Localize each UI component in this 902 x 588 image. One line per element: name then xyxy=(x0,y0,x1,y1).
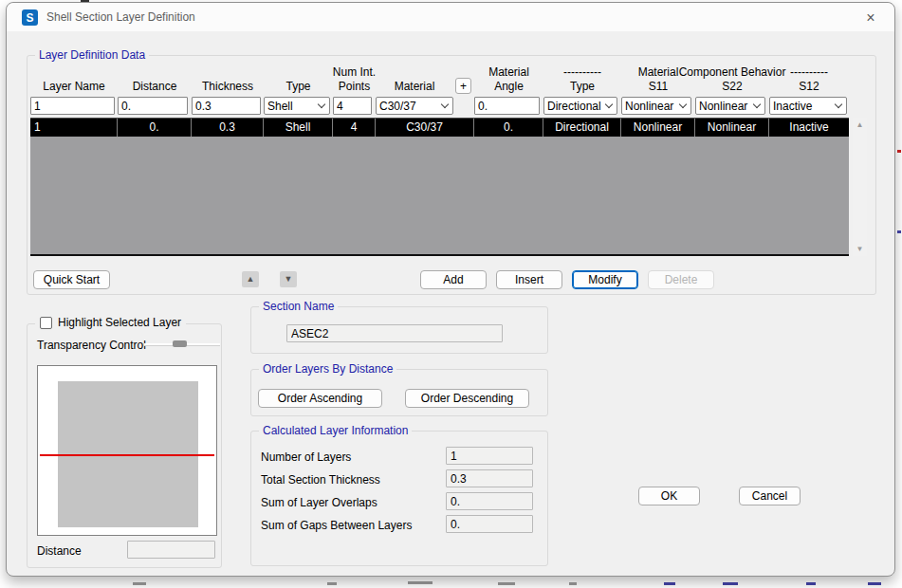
quick-start-button[interactable]: Quick Start xyxy=(33,270,110,289)
table-row[interactable]: 1 0. 0.3 Shell 4 C30/37 0. Directional N… xyxy=(30,119,849,137)
col-header-behavior-type: ----------Type xyxy=(543,62,621,94)
order-ascending-button[interactable]: Order Ascending xyxy=(258,389,382,408)
chevron-down-icon xyxy=(605,101,613,108)
s12-select[interactable]: Inactive xyxy=(769,97,847,115)
chevron-down-icon xyxy=(753,101,761,108)
add-material-button[interactable]: + xyxy=(455,78,471,94)
screen: S Shell Section Layer Definition × Layer… xyxy=(0,0,902,588)
behavior-type-select[interactable]: Directional xyxy=(543,97,617,115)
highlight-selected-layer-checkbox[interactable] xyxy=(40,317,52,329)
col-header-thickness: Thickness xyxy=(192,62,264,94)
layer-name-input[interactable] xyxy=(30,97,115,115)
col-header-num-int-points: Num Int.Points xyxy=(333,62,376,94)
ok-button[interactable]: OK xyxy=(638,487,700,505)
table-scrollbar[interactable]: ▲ ▼ xyxy=(853,118,867,256)
col-header-material: Material xyxy=(376,62,453,94)
chevron-down-icon xyxy=(679,101,687,108)
sum-of-layer-overlaps-value xyxy=(446,492,533,510)
col-header-material-angle: MaterialAngle xyxy=(474,62,543,94)
number-of-layers-label: Number of Layers xyxy=(261,450,351,464)
col-header-layer-name: Layer Name xyxy=(30,62,118,94)
order-layers-group: Order Layers By Distance Order Ascending… xyxy=(250,369,548,416)
chevron-down-icon xyxy=(441,101,449,108)
sum-of-layer-overlaps-label: Sum of Layer Overlaps xyxy=(261,496,377,509)
layer-definition-group: Layer Definition Data Layer Name Distanc… xyxy=(27,55,876,295)
distance-label: Distance xyxy=(37,544,82,558)
close-icon[interactable]: × xyxy=(860,8,881,28)
modify-button[interactable]: Modify xyxy=(572,270,638,289)
total-section-thickness-value xyxy=(446,469,533,487)
sum-of-gaps-label: Sum of Gaps Between Layers xyxy=(261,519,412,532)
chevron-down-icon xyxy=(835,101,842,108)
order-descending-button[interactable]: Order Descending xyxy=(405,389,529,408)
s22-select[interactable]: Nonlinear xyxy=(695,97,765,115)
move-layer-down-icon[interactable]: ▼ xyxy=(280,271,297,287)
num-int-points-input[interactable] xyxy=(333,97,372,115)
section-name-group: Section Name xyxy=(250,306,548,354)
highlight-layer-panel: Highlight Selected Layer Transparency Co… xyxy=(27,323,222,568)
layer-definition-group-label: Layer Definition Data xyxy=(35,48,149,62)
highlight-selected-layer-label: Highlight Selected Layer xyxy=(58,316,181,329)
section-name-group-label: Section Name xyxy=(259,300,338,313)
app-icon: S xyxy=(22,9,38,26)
col-header-distance: Distance xyxy=(118,62,192,94)
delete-button: Delete xyxy=(648,270,714,289)
material-angle-input[interactable] xyxy=(474,97,540,115)
distance-readout xyxy=(127,541,215,559)
transparency-slider-thumb[interactable] xyxy=(173,340,187,347)
scroll-up-icon[interactable]: ▲ xyxy=(856,120,864,129)
cancel-button[interactable]: Cancel xyxy=(739,487,801,505)
reference-axis-line xyxy=(40,454,214,456)
section-name-field xyxy=(286,324,503,342)
col-header-s22: Component BehaviorS22 xyxy=(695,62,769,94)
number-of-layers-value xyxy=(446,447,533,465)
s11-select[interactable]: Nonlinear xyxy=(621,97,691,115)
sum-of-gaps-value xyxy=(446,515,533,533)
add-button[interactable]: Add xyxy=(420,270,487,289)
move-layer-up-icon[interactable]: ▲ xyxy=(242,271,259,287)
thickness-input[interactable] xyxy=(192,97,261,115)
chevron-down-icon xyxy=(318,101,325,108)
col-header-s12: ----------S12 xyxy=(769,62,849,94)
col-header-type: Type xyxy=(264,62,333,94)
dialog-shell-section-layer-definition: S Shell Section Layer Definition × Layer… xyxy=(6,2,895,577)
total-section-thickness-label: Total Section Thickness xyxy=(261,473,380,487)
order-layers-group-label: Order Layers By Distance xyxy=(259,362,396,376)
calculated-info-group: Calculated Layer Information Number of L… xyxy=(250,431,548,566)
scroll-down-icon[interactable]: ▼ xyxy=(856,245,864,253)
type-select[interactable]: Shell xyxy=(264,97,330,115)
window-title: Shell Section Layer Definition xyxy=(46,10,195,24)
material-select[interactable]: C30/37 xyxy=(376,97,453,115)
section-preview xyxy=(37,365,217,536)
distance-input[interactable] xyxy=(118,97,188,115)
layers-table: 1 0. 0.3 Shell 4 C30/37 0. Directional N… xyxy=(30,118,849,256)
transparency-control-label: Transparency Control xyxy=(37,339,146,352)
titlebar: S Shell Section Layer Definition × xyxy=(7,3,894,31)
calculated-info-group-label: Calculated Layer Information xyxy=(259,424,412,437)
insert-button[interactable]: Insert xyxy=(496,270,562,289)
